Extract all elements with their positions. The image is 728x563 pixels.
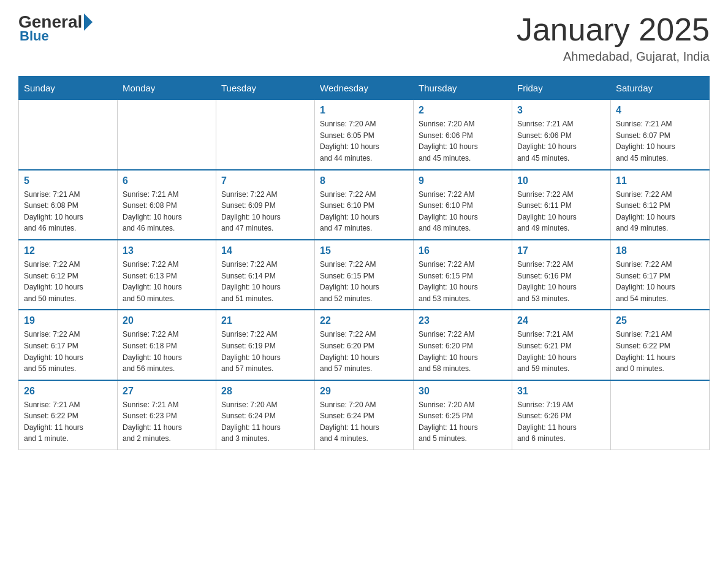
calendar-cell: 6Sunrise: 7:21 AMSunset: 6:08 PMDaylight… [118, 170, 216, 240]
day-info: Sunrise: 7:21 AMSunset: 6:23 PMDaylight:… [123, 399, 211, 445]
calendar-cell: 23Sunrise: 7:22 AMSunset: 6:20 PMDayligh… [414, 310, 512, 380]
calendar-header-tuesday: Tuesday [216, 77, 315, 100]
day-number: 12 [24, 245, 112, 256]
calendar-cell: 14Sunrise: 7:22 AMSunset: 6:14 PMDayligh… [216, 240, 315, 310]
calendar-table: SundayMondayTuesdayWednesdayThursdayFrid… [18, 76, 710, 450]
day-number: 26 [24, 386, 112, 397]
day-number: 8 [320, 175, 408, 186]
day-info: Sunrise: 7:22 AMSunset: 6:19 PMDaylight:… [221, 329, 309, 374]
day-number: 11 [616, 175, 704, 186]
calendar-cell: 17Sunrise: 7:22 AMSunset: 6:16 PMDayligh… [512, 240, 611, 310]
calendar-cell: 29Sunrise: 7:20 AMSunset: 6:24 PMDayligh… [315, 380, 414, 450]
day-info: Sunrise: 7:22 AMSunset: 6:17 PMDaylight:… [24, 329, 112, 374]
calendar-cell: 18Sunrise: 7:22 AMSunset: 6:17 PMDayligh… [611, 240, 710, 310]
calendar-header-wednesday: Wednesday [315, 77, 414, 100]
day-info: Sunrise: 7:20 AMSunset: 6:24 PMDaylight:… [221, 399, 309, 445]
calendar-cell: 28Sunrise: 7:20 AMSunset: 6:24 PMDayligh… [216, 380, 315, 450]
calendar-cell: 15Sunrise: 7:22 AMSunset: 6:15 PMDayligh… [315, 240, 414, 310]
day-number: 21 [221, 315, 309, 326]
logo-arrow-icon [84, 13, 93, 31]
day-number: 18 [616, 245, 704, 256]
day-number: 27 [123, 386, 211, 397]
calendar-header-thursday: Thursday [414, 77, 512, 100]
calendar-cell: 20Sunrise: 7:22 AMSunset: 6:18 PMDayligh… [118, 310, 216, 380]
day-info: Sunrise: 7:22 AMSunset: 6:09 PMDaylight:… [221, 189, 309, 234]
day-info: Sunrise: 7:22 AMSunset: 6:13 PMDaylight:… [123, 259, 211, 304]
day-number: 15 [320, 245, 408, 256]
day-number: 22 [320, 315, 408, 326]
day-info: Sunrise: 7:20 AMSunset: 6:25 PMDaylight:… [419, 399, 507, 445]
day-number: 1 [320, 105, 408, 116]
day-info: Sunrise: 7:20 AMSunset: 6:24 PMDaylight:… [320, 399, 408, 445]
day-info: Sunrise: 7:22 AMSunset: 6:15 PMDaylight:… [419, 259, 507, 304]
day-info: Sunrise: 7:22 AMSunset: 6:14 PMDaylight:… [221, 259, 309, 304]
day-info: Sunrise: 7:22 AMSunset: 6:18 PMDaylight:… [123, 329, 211, 374]
day-info: Sunrise: 7:22 AMSunset: 6:12 PMDaylight:… [616, 189, 704, 234]
location-label: Ahmedabad, Gujarat, India [517, 50, 710, 64]
calendar-cell: 7Sunrise: 7:22 AMSunset: 6:09 PMDaylight… [216, 170, 315, 240]
day-number: 9 [419, 175, 507, 186]
day-info: Sunrise: 7:20 AMSunset: 6:05 PMDaylight:… [320, 118, 408, 164]
day-number: 14 [221, 245, 309, 256]
day-info: Sunrise: 7:21 AMSunset: 6:08 PMDaylight:… [24, 189, 112, 234]
day-info: Sunrise: 7:21 AMSunset: 6:22 PMDaylight:… [24, 399, 112, 445]
calendar-cell: 19Sunrise: 7:22 AMSunset: 6:17 PMDayligh… [19, 310, 118, 380]
calendar-header-saturday: Saturday [611, 77, 710, 100]
calendar-cell: 26Sunrise: 7:21 AMSunset: 6:22 PMDayligh… [19, 380, 118, 450]
day-number: 3 [517, 105, 605, 116]
day-info: Sunrise: 7:22 AMSunset: 6:10 PMDaylight:… [419, 189, 507, 234]
day-number: 16 [419, 245, 507, 256]
day-number: 30 [419, 386, 507, 397]
calendar-cell: 24Sunrise: 7:21 AMSunset: 6:21 PMDayligh… [512, 310, 611, 380]
calendar-cell: 4Sunrise: 7:21 AMSunset: 6:07 PMDaylight… [611, 100, 710, 170]
day-info: Sunrise: 7:22 AMSunset: 6:16 PMDaylight:… [517, 259, 605, 304]
calendar-header-friday: Friday [512, 77, 611, 100]
day-info: Sunrise: 7:21 AMSunset: 6:21 PMDaylight:… [517, 329, 605, 374]
calendar-header-monday: Monday [118, 77, 216, 100]
calendar-week-row: 1Sunrise: 7:20 AMSunset: 6:05 PMDaylight… [19, 100, 710, 170]
day-info: Sunrise: 7:20 AMSunset: 6:06 PMDaylight:… [419, 118, 507, 164]
calendar-cell: 1Sunrise: 7:20 AMSunset: 6:05 PMDaylight… [315, 100, 414, 170]
day-info: Sunrise: 7:21 AMSunset: 6:06 PMDaylight:… [517, 118, 605, 164]
day-info: Sunrise: 7:22 AMSunset: 6:20 PMDaylight:… [419, 329, 507, 374]
day-number: 5 [24, 175, 112, 186]
day-number: 13 [123, 245, 211, 256]
calendar-week-row: 5Sunrise: 7:21 AMSunset: 6:08 PMDaylight… [19, 170, 710, 240]
calendar-cell: 16Sunrise: 7:22 AMSunset: 6:15 PMDayligh… [414, 240, 512, 310]
calendar-week-row: 19Sunrise: 7:22 AMSunset: 6:17 PMDayligh… [19, 310, 710, 380]
calendar-cell: 30Sunrise: 7:20 AMSunset: 6:25 PMDayligh… [414, 380, 512, 450]
day-info: Sunrise: 7:22 AMSunset: 6:17 PMDaylight:… [616, 259, 704, 304]
title-area: January 2025 Ahmedabad, Gujarat, India [517, 12, 710, 64]
day-number: 2 [419, 105, 507, 116]
day-number: 25 [616, 315, 704, 326]
day-number: 23 [419, 315, 507, 326]
calendar-week-row: 26Sunrise: 7:21 AMSunset: 6:22 PMDayligh… [19, 380, 710, 450]
day-info: Sunrise: 7:22 AMSunset: 6:12 PMDaylight:… [24, 259, 112, 304]
calendar-cell: 10Sunrise: 7:22 AMSunset: 6:11 PMDayligh… [512, 170, 611, 240]
day-number: 7 [221, 175, 309, 186]
day-number: 20 [123, 315, 211, 326]
calendar-week-row: 12Sunrise: 7:22 AMSunset: 6:12 PMDayligh… [19, 240, 710, 310]
logo: General Blue [18, 12, 93, 44]
calendar-header-row: SundayMondayTuesdayWednesdayThursdayFrid… [19, 77, 710, 100]
day-info: Sunrise: 7:21 AMSunset: 6:08 PMDaylight:… [123, 189, 211, 234]
day-info: Sunrise: 7:21 AMSunset: 6:22 PMDaylight:… [616, 329, 704, 374]
calendar-cell [118, 100, 216, 170]
day-info: Sunrise: 7:19 AMSunset: 6:26 PMDaylight:… [517, 399, 605, 445]
day-number: 6 [123, 175, 211, 186]
calendar-cell: 3Sunrise: 7:21 AMSunset: 6:06 PMDaylight… [512, 100, 611, 170]
calendar-cell: 25Sunrise: 7:21 AMSunset: 6:22 PMDayligh… [611, 310, 710, 380]
calendar-cell: 11Sunrise: 7:22 AMSunset: 6:12 PMDayligh… [611, 170, 710, 240]
calendar-cell: 31Sunrise: 7:19 AMSunset: 6:26 PMDayligh… [512, 380, 611, 450]
day-number: 28 [221, 386, 309, 397]
day-info: Sunrise: 7:22 AMSunset: 6:10 PMDaylight:… [320, 189, 408, 234]
day-info: Sunrise: 7:22 AMSunset: 6:20 PMDaylight:… [320, 329, 408, 374]
calendar-header-sunday: Sunday [19, 77, 118, 100]
month-title: January 2025 [517, 12, 710, 47]
calendar-cell [216, 100, 315, 170]
calendar-cell [611, 380, 710, 450]
day-number: 4 [616, 105, 704, 116]
day-info: Sunrise: 7:21 AMSunset: 6:07 PMDaylight:… [616, 118, 704, 164]
day-number: 17 [517, 245, 605, 256]
calendar-cell: 12Sunrise: 7:22 AMSunset: 6:12 PMDayligh… [19, 240, 118, 310]
